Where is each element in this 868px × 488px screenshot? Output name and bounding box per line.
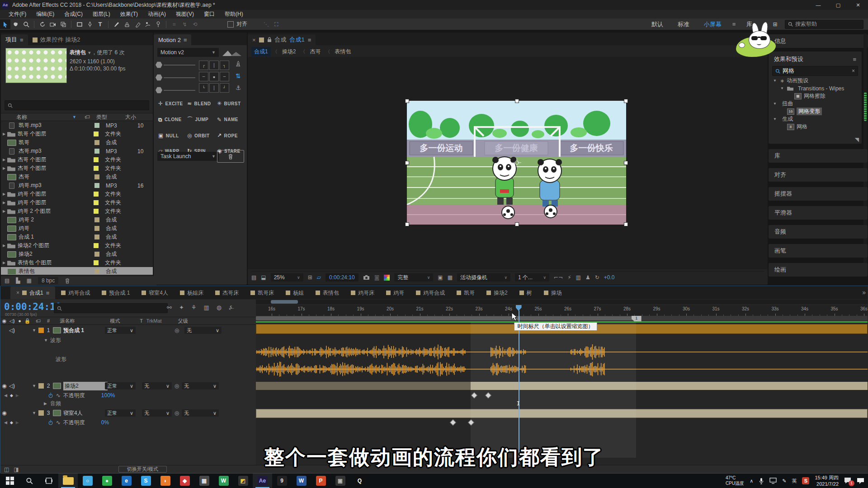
motion-effect-button[interactable]: ▣ NULL <box>158 132 187 139</box>
tab-effect-controls[interactable]: 效果控件 操场2 <box>28 34 85 45</box>
motion-effect-button[interactable]: ◎ ORBIT <box>187 132 217 139</box>
taskbar-app-icon[interactable]: ▣ <box>330 474 350 488</box>
menu-item[interactable]: 文件(F) <box>4 10 31 19</box>
motion-blur-icon[interactable]: ◍ <box>217 304 222 311</box>
blend-mode-dropdown[interactable]: 正常∨ <box>105 382 136 389</box>
effects-search-input[interactable]: 网格 × <box>772 66 858 76</box>
lock-icon[interactable] <box>267 37 272 42</box>
opacity-property-row-3[interactable]: ◀ ◆ ▶ ∿ 不透明度 0% <box>0 419 256 426</box>
work-area-bar[interactable] <box>256 316 868 321</box>
maximize-button[interactable]: ▢ <box>828 0 848 10</box>
action-center-icon[interactable] <box>857 478 864 484</box>
layer-row-2[interactable]: ◉ ◁) ▼ 2 操场2 正常∨ 无∨ ◎ 无∨ <box>0 381 256 391</box>
taskbar-app-icon[interactable]: W <box>214 474 233 488</box>
side-panel-bar[interactable]: 库 <box>769 149 868 163</box>
opacity-value[interactable]: 0% <box>101 419 109 426</box>
flowchart-icon[interactable]: ♟ <box>585 274 590 281</box>
composition-frame[interactable]: 多一份运动 多一份健康 多一份快乐 <box>407 101 626 225</box>
tab-composition[interactable]: × 合成 合成1 ≡ <box>248 34 316 45</box>
layer-label-chip[interactable] <box>38 328 44 333</box>
taskbar-app-icon[interactable]: ◆ <box>175 474 194 488</box>
channel-wheel-icon[interactable] <box>384 275 390 281</box>
snap-checkbox[interactable] <box>227 21 234 28</box>
menu-item[interactable]: 窗口 <box>199 10 220 19</box>
shape-tool-icon[interactable] <box>74 19 85 29</box>
interpret-footage-icon[interactable]: ▤ <box>5 277 9 284</box>
eraser-tool-icon[interactable] <box>132 19 142 29</box>
workspace-label[interactable]: 标准 <box>678 20 689 28</box>
effects-tree-row[interactable]: ▼ 16 网格变形 <box>769 108 862 115</box>
tab-motion2[interactable]: Motion 2≡ <box>154 34 191 45</box>
expand-arrow-icon[interactable]: ▶ <box>1 192 7 196</box>
side-panel-bar[interactable]: 摇摆器 <box>769 187 868 201</box>
taskbar-app-icon[interactable]: ▦ <box>194 474 214 488</box>
label-color-chip[interactable] <box>94 226 99 231</box>
anchor-grid-button[interactable]: ┌ <box>199 61 208 70</box>
always-preview-icon[interactable]: ▤ <box>251 274 256 281</box>
timeline-button-icon[interactable]: ▥ <box>576 274 581 281</box>
audio-toggle-icon[interactable]: ◁) <box>8 383 16 389</box>
selection-handle[interactable] <box>515 99 519 103</box>
taskbar-app-icon[interactable]: Q <box>350 474 369 488</box>
panel-menu-icon[interactable]: ≡ <box>20 37 24 43</box>
project-item-row[interactable]: ▶ 凯哥 合成 <box>1 138 153 147</box>
pan-behind-tool-icon[interactable] <box>58 19 68 29</box>
add-keyframe-icon[interactable]: ◆ <box>10 393 13 398</box>
timeline-search-input[interactable] <box>54 303 168 313</box>
start-button[interactable] <box>0 474 19 488</box>
frame-blend-icon[interactable]: ▥ <box>203 304 209 311</box>
close-tab-icon[interactable]: × <box>16 290 19 296</box>
side-panel-bar[interactable]: 画笔 <box>769 244 868 258</box>
timeline-tab[interactable]: 杨姐床 <box>174 286 209 299</box>
timeline-tab[interactable]: 寝室4人 <box>136 286 174 299</box>
anchor-icon[interactable]: ⚓ <box>236 84 241 91</box>
transparency-grid-icon[interactable]: ▦ <box>448 274 453 281</box>
selection-handle[interactable] <box>624 99 628 103</box>
menu-item[interactable]: 动画(A) <box>143 10 171 19</box>
magnification-dropdown[interactable]: 25%∨ <box>271 273 303 282</box>
timeline-tab[interactable]: 凯哥床 <box>245 286 280 299</box>
timeline-tab[interactable]: 鸡哥 <box>380 286 410 299</box>
project-item-row[interactable]: ▶ 表情包 个图层 文件夹 <box>1 258 153 267</box>
project-item-row[interactable]: ▶ 鸡哥.mp3 MP3 16 <box>1 181 153 190</box>
time-ruler[interactable]: 16s17s18s19s20s21s22s23s24s25s26s27s28s2… <box>256 305 868 316</box>
composition-mini-flowchart-icon[interactable]: ⚯ <box>167 304 172 311</box>
label-color-chip[interactable] <box>94 149 99 154</box>
show-snapshot-icon[interactable]: ◙ <box>374 274 380 281</box>
clone-stamp-tool-icon[interactable] <box>122 19 132 29</box>
label-color-chip[interactable] <box>94 166 99 171</box>
panel-info[interactable]: 信息 <box>769 34 868 48</box>
roto-brush-tool-icon[interactable] <box>142 19 153 29</box>
eye-toggle-icon[interactable]: ◉ <box>0 410 8 416</box>
label-color-chip[interactable] <box>94 140 99 145</box>
main-viewer-icon[interactable]: ⬓ <box>261 274 266 281</box>
taskbar-app-icon[interactable]: Ae <box>253 474 272 488</box>
type-tool-icon[interactable]: T <box>95 19 105 29</box>
anchor-grid-button[interactable]: ─ <box>199 72 208 81</box>
project-item-row[interactable]: ▶ 表情包 合成 <box>1 267 153 275</box>
roi-icon[interactable]: ▣ <box>438 274 443 281</box>
stopwatch-icon[interactable] <box>48 420 53 425</box>
label-color-chip[interactable] <box>94 200 99 205</box>
timeline-tab[interactable]: 操场2 <box>481 286 514 299</box>
scrollbar-thumb[interactable] <box>864 92 867 121</box>
project-bit-depth[interactable]: 8 bpc <box>38 277 58 284</box>
motion-effect-button[interactable]: ✎ NAME <box>217 116 244 123</box>
sogou-input-icon[interactable]: S <box>802 477 809 484</box>
label-color-chip[interactable] <box>94 235 99 239</box>
expand-arrow-icon[interactable]: ▶ <box>1 132 7 136</box>
selection-handle[interactable] <box>405 99 409 103</box>
prev-keyframe-icon[interactable]: ◀ <box>4 420 7 425</box>
audio-toggle-icon[interactable]: ◁) <box>8 327 16 333</box>
panel-resize-icon[interactable]: ◥ <box>855 136 859 143</box>
viewer-timecode[interactable]: 0:00:24:10 <box>326 273 359 282</box>
zoom-tool-icon[interactable] <box>21 19 31 29</box>
effects-tree-row[interactable]: ▼ Transitions - Wipes <box>769 84 862 92</box>
timeline-tab[interactable]: 树 <box>514 286 538 299</box>
project-item-row[interactable]: ▶ 杰哥.mp3 MP3 10 <box>1 147 153 155</box>
label-color-chip[interactable] <box>94 123 99 128</box>
panel-menu-icon[interactable]: ≡ <box>308 37 311 43</box>
layer-name[interactable]: 预合成 1 <box>63 327 105 334</box>
minimize-button[interactable]: — <box>808 0 828 10</box>
anchor-grid-button[interactable]: └ <box>199 83 208 93</box>
